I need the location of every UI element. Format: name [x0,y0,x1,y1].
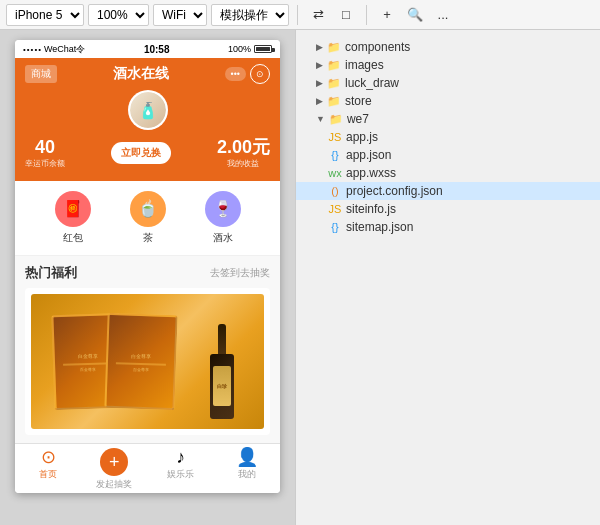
folder-components[interactable]: ▶ 📁 components [296,38,600,56]
redpacket-label: 红包 [63,231,83,245]
icon-tea[interactable]: 🍵 茶 [130,191,166,245]
exchange-button[interactable]: 立即兑换 [111,142,171,164]
icons-row: 🧧 红包 🍵 茶 🍷 酒水 [15,181,280,256]
stat-coins: 40 幸运币余额 [25,138,65,169]
folder-name: images [345,58,384,72]
wxss-file-icon: wx [328,167,342,179]
more-button[interactable]: ... [431,4,455,26]
phone-frame: ••••• WeChat令 10:58 100% 商城 酒水在线 ••• [15,40,280,493]
nav-home[interactable]: ⊙ 首页 [15,448,81,491]
signal-dots: ••••• [23,45,42,54]
battery-icon [254,45,272,53]
add-button[interactable]: + [375,4,399,26]
file-name: siteinfo.js [346,202,396,216]
benefits-section: 热门福利 去签到去抽奖 白金尊享 百金尊享 白金尊享 [15,256,280,443]
json-file-icon: {} [328,149,342,161]
status-right: 100% [228,44,272,54]
zoom-select[interactable]: 100% [88,4,149,26]
config-file-icon: () [328,185,342,197]
earnings-label: 我的收益 [217,158,270,169]
folder-name: we7 [347,112,369,126]
folder-name: luck_draw [345,76,399,90]
network-label: WeChat令 [44,43,85,56]
file-name: project.config.json [346,184,443,198]
phone-container: ••••• WeChat令 10:58 100% 商城 酒水在线 ••• [0,30,295,525]
redpacket-icon: 🧧 [55,191,91,227]
profile-label: 我的 [238,468,256,481]
file-project-config[interactable]: () project.config.json [296,182,600,200]
folder-name: store [345,94,372,108]
avatar-image: 🧴 [130,92,166,128]
toolbar-divider [297,5,298,25]
product-bottle: 白珍 [208,324,236,424]
arrow-icon: ▶ [316,42,323,52]
folder-icon: 📁 [327,95,341,108]
home-icon: ⊙ [41,448,56,466]
file-siteinfo-js[interactable]: JS siteinfo.js [296,200,600,218]
dots-button[interactable]: ••• [225,67,246,81]
status-time: 10:58 [144,44,170,55]
file-name: app.wxss [346,166,396,180]
earnings-number: 2.00元 [217,138,270,158]
target-button[interactable]: ⊙ [250,64,270,84]
file-app-js[interactable]: JS app.js [296,128,600,146]
bottle-label: 白珍 [213,366,231,406]
folder-images[interactable]: ▶ 📁 images [296,56,600,74]
main-area: ••••• WeChat令 10:58 100% 商城 酒水在线 ••• [0,30,600,525]
search-icon[interactable]: 🔍 [403,4,427,26]
product-image: 白金尊享 百金尊享 白金尊享 百金尊享 [31,294,264,429]
benefits-header: 热门福利 去签到去抽奖 [25,264,270,282]
status-left: ••••• WeChat令 [23,43,85,56]
device-select[interactable]: iPhone 5 [6,4,84,26]
coins-label: 幸运币余额 [25,158,65,169]
mode-select[interactable]: 模拟操作 [211,4,289,26]
file-app-wxss[interactable]: wx app.wxss [296,164,600,182]
file-name: sitemap.json [346,220,413,234]
toolbar: iPhone 5 100% WiFi 模拟操作 ⇄ □ + 🔍 ... [0,0,600,30]
nav-entertainment[interactable]: ♪ 娱乐乐 [148,448,214,491]
folder-luck-draw[interactable]: ▶ 📁 luck_draw [296,74,600,92]
network-select[interactable]: WiFi [153,4,207,26]
stat-earnings: 2.00元 我的收益 [217,138,270,169]
bottom-nav: ⊙ 首页 + 发起抽奖 ♪ 娱乐乐 👤 我的 [15,443,280,493]
add-lottery-icon: + [100,448,128,476]
header-actions: ••• ⊙ [225,64,270,84]
bottle-body: 白珍 [210,354,234,419]
lottery-label: 发起抽奖 [96,478,132,491]
stats-row: 40 幸运币余额 立即兑换 2.00元 我的收益 [25,138,270,169]
arrow-icon: ▶ [316,60,323,70]
nav-profile[interactable]: 👤 我的 [214,448,280,491]
file-sitemap-json[interactable]: {} sitemap.json [296,218,600,236]
status-bar: ••••• WeChat令 10:58 100% [15,40,280,58]
header-title: 酒水在线 [113,65,169,83]
alcohol-label: 酒水 [213,231,233,245]
avatar-area: 🧴 [25,90,270,130]
layout-button[interactable]: □ [334,4,358,26]
entertainment-label: 娱乐乐 [167,468,194,481]
js-file-icon: JS [328,131,342,143]
product-box-right: 白金尊享 百金尊享 [104,313,177,410]
folder-icon: 📁 [327,41,341,54]
box-text-right: 白金尊享 [129,350,153,361]
battery-pct: 100% [228,44,251,54]
bottle-neck [218,324,226,354]
folder-icon: 📁 [327,77,341,90]
avatar[interactable]: 🧴 [128,90,168,130]
folder-store[interactable]: ▶ 📁 store [296,92,600,110]
icon-alcohol[interactable]: 🍷 酒水 [205,191,241,245]
json-file-icon: {} [328,221,342,233]
coins-number: 40 [25,138,65,158]
shop-button[interactable]: 商城 [25,65,57,83]
battery-fill [256,47,270,51]
box-text-left: 白金尊享 [76,350,100,361]
folder-we7[interactable]: ▼ 📁 we7 [296,110,600,128]
file-name: app.json [346,148,391,162]
toolbar-divider2 [366,5,367,25]
nav-lottery[interactable]: + 发起抽奖 [81,448,147,491]
file-name: app.js [346,130,378,144]
file-app-json[interactable]: {} app.json [296,146,600,164]
benefits-link[interactable]: 去签到去抽奖 [210,266,270,280]
icon-redpacket[interactable]: 🧧 红包 [55,191,91,245]
rotate-button[interactable]: ⇄ [306,4,330,26]
product-card: 白金尊享 百金尊享 白金尊享 百金尊享 [25,288,270,435]
